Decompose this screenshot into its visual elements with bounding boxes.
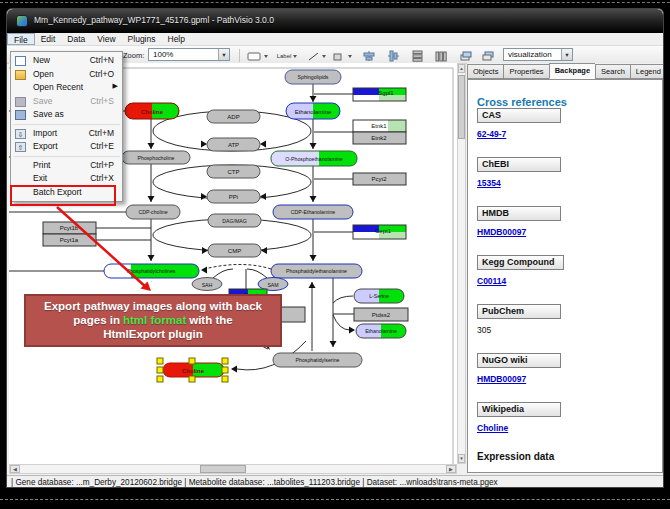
chevron-down-icon: ▼: [561, 49, 572, 60]
menu-help[interactable]: Help: [162, 33, 191, 45]
menu-plugins[interactable]: Plugins: [122, 33, 162, 45]
menu-item-open-recent[interactable]: Open Recent▶: [11, 81, 122, 95]
pathway-node-ptdss2[interactable]: Ptdss2: [354, 308, 408, 321]
line-tool-button[interactable]: [305, 49, 329, 63]
cross-references-heading: Cross references: [477, 96, 662, 108]
distribute-horizontally-button[interactable]: [431, 49, 451, 63]
node-label: Pcyt1b: [60, 225, 79, 231]
scroll-up-icon[interactable]: ▲: [458, 64, 465, 73]
pathway-node-phosphatidylethanolamine[interactable]: Phosphatidylethanolamine: [271, 264, 362, 278]
menu-item-batch-export[interactable]: Batch Export: [11, 186, 122, 200]
menu-view[interactable]: View: [91, 33, 121, 45]
pathway-node-ethanolamine-bottom[interactable]: Ethanolamine: [356, 324, 406, 338]
menu-item-save[interactable]: SaveCtrl+S: [11, 95, 122, 109]
zoom-combobox[interactable]: 100% ▼: [148, 48, 230, 61]
pathway-node-choline-top[interactable]: Choline: [125, 103, 179, 119]
shape-tool-button[interactable]: [331, 49, 355, 63]
pathway-node-pcyt1b[interactable]: Pcyt1b: [43, 222, 96, 234]
node-label: Sphingolipids: [298, 74, 329, 80]
pathway-node-atp[interactable]: ATP: [207, 138, 260, 151]
pathway-node-pcyt1a[interactable]: Pcyt1a: [43, 234, 96, 246]
menu-item-new[interactable]: NewCtrl+N: [11, 54, 122, 68]
pathway-node-ctp[interactable]: CTP: [207, 165, 260, 178]
export-icon: ⇧: [15, 142, 26, 152]
side-panel-tabs: Objects Properties Backpage Search Legen…: [467, 63, 664, 79]
chevron-down-icon: [293, 55, 297, 58]
tab-search[interactable]: Search: [595, 64, 630, 79]
pathway-node-o-phosphoethanolamine[interactable]: O-Phosphoethanolamine: [271, 151, 357, 166]
save-icon: [15, 97, 26, 107]
annotation-callout: Export pathway images along with back pa…: [24, 294, 282, 347]
pathway-node-adp[interactable]: ADP: [207, 110, 260, 123]
tab-backpage[interactable]: Backpage: [549, 63, 595, 79]
menu-data[interactable]: Data: [61, 33, 91, 45]
xref-link[interactable]: Choline: [477, 423, 508, 433]
menu-item-import[interactable]: ⇩ ImportCtrl+M: [11, 127, 122, 141]
visualization-combobox[interactable]: visualization ▼: [503, 48, 573, 61]
pathway-node-phosphocholine[interactable]: Phosphocholine: [122, 151, 190, 164]
scroll-right-icon[interactable]: ▶: [446, 465, 456, 473]
xref-link[interactable]: HMDB00097: [477, 374, 526, 384]
window-title: Mm_Kennedy_pathway_WP1771_45176.gpml - P…: [34, 15, 274, 25]
xref-section-pubchem: PubChem 305: [477, 304, 662, 337]
menu-item-open[interactable]: OpenCtrl+O: [11, 68, 122, 82]
bring-to-front-button[interactable]: [455, 49, 475, 63]
pathway-node-pcyt2[interactable]: Pcyt2: [353, 173, 406, 185]
pathway-node-sgpl1[interactable]: Sgpl1: [353, 88, 406, 101]
pathway-node-dag-mag[interactable]: DAG/MAG: [208, 214, 261, 227]
datanode-tool-button[interactable]: [245, 49, 271, 63]
pathway-node-etnk1[interactable]: Etnk1: [353, 120, 406, 132]
menu-file[interactable]: File: [7, 33, 35, 45]
chevron-down-icon: [348, 55, 352, 58]
align-horizontal-center-button[interactable]: [383, 49, 403, 63]
xref-link[interactable]: 62-49-7: [477, 129, 506, 139]
file-menu: NewCtrl+N OpenCtrl+O Open Recent▶ SaveCt…: [10, 51, 123, 202]
tab-objects[interactable]: Objects: [467, 64, 503, 79]
node-label: Choline: [182, 368, 205, 374]
pathway-node-etnk2[interactable]: Etnk2: [353, 132, 406, 144]
pathway-node-sphingolipids[interactable]: Sphingolipids: [285, 70, 341, 84]
menu-item-print[interactable]: PrintCtrl+P: [11, 159, 122, 173]
frame-artifact-top: [0, 2, 670, 3]
screenshot-frame: Mm_Kennedy_pathway_WP1771_45176.gpml - P…: [0, 0, 670, 509]
align-vertical-center-button[interactable]: [359, 49, 379, 63]
xref-link[interactable]: HMDB00097: [477, 227, 526, 237]
canvas-vertical-scrollbar[interactable]: ▲ ▼: [457, 63, 466, 464]
node-label: L-Serine: [369, 293, 389, 299]
pathway-node-cdp-ethanolamine[interactable]: CDP-Ethanolamine: [273, 205, 353, 219]
title-bar[interactable]: Mm_Kennedy_pathway_WP1771_45176.gpml - P…: [7, 9, 663, 33]
tab-properties[interactable]: Properties: [503, 64, 548, 79]
xref-link[interactable]: C00114: [477, 276, 506, 286]
scroll-left-icon[interactable]: ◀: [10, 465, 20, 473]
menu-edit[interactable]: Edit: [35, 33, 62, 45]
node-label: Pcyt2: [371, 176, 387, 182]
pathway-node-phosphatidylcholines[interactable]: Phosphatidylcholines: [104, 264, 199, 278]
tab-legend[interactable]: Legend: [630, 64, 664, 79]
send-to-back-button[interactable]: [477, 49, 497, 63]
pathway-node-choline-selected[interactable]: Choline: [157, 358, 228, 382]
menu-item-save-as[interactable]: Save as: [11, 108, 122, 122]
canvas-horizontal-scrollbar[interactable]: ◀ ▶: [9, 464, 457, 474]
pathway-node-cdp-choline[interactable]: CDP-choline: [126, 205, 180, 219]
distribute-vertically-button[interactable]: [407, 49, 427, 63]
xref-link[interactable]: 15354: [477, 178, 501, 188]
pathway-node-ppi[interactable]: PPi: [207, 190, 260, 203]
pathway-node-phosphatidylserine[interactable]: Phosphatidylserine: [273, 353, 362, 367]
pathway-node-cept1[interactable]: Cept1: [353, 225, 406, 239]
menu-item-exit[interactable]: ExitCtrl+X: [11, 172, 122, 186]
horizontal-scroll-thumb[interactable]: [200, 465, 246, 473]
label-tool-button[interactable]: Label: [273, 49, 303, 63]
node-label: Choline: [141, 109, 164, 115]
menu-item-export[interactable]: ⇧ ExportCtrl+E: [11, 140, 122, 154]
pathway-node-l-serine[interactable]: L-Serine: [354, 289, 404, 303]
pathway-node-ethanolamine-top[interactable]: Ethanolamine: [286, 103, 340, 119]
pathvisio-window: Mm_Kennedy_pathway_WP1771_45176.gpml - P…: [6, 8, 664, 488]
node-label: CTP: [228, 169, 240, 175]
scroll-down-icon[interactable]: ▼: [458, 454, 465, 463]
status-text: | Gene database: ...m_Derby_20120602.bri…: [11, 478, 498, 487]
xref-section-hmdb: HMDB HMDB00097: [477, 206, 662, 239]
pathway-node-sah[interactable]: SAH: [192, 278, 222, 291]
pathway-node-hidden-gene[interactable]: [279, 307, 305, 322]
pathway-node-cmp[interactable]: CMP: [208, 244, 261, 257]
vertical-scroll-thumb[interactable]: [458, 75, 465, 139]
